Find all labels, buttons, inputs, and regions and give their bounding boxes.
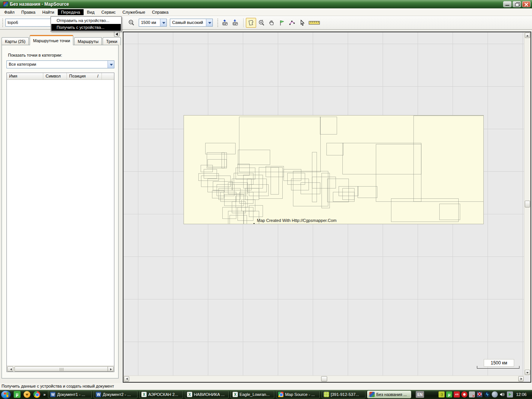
waypoints-panel: Показать точки в категории: Все категори… [2, 45, 119, 378]
menu-tools[interactable]: Сервис [98, 9, 119, 15]
map-tile [249, 205, 263, 217]
scroll-right-icon[interactable] [108, 366, 114, 372]
measure-tool-button[interactable] [307, 18, 321, 28]
taskbar-button-document2[interactable]: W Документ2 - ... [93, 391, 138, 398]
toolbar-grip [217, 19, 219, 27]
toolbar-separator [243, 18, 244, 27]
close-button[interactable] [522, 1, 530, 7]
map-region[interactable]: Map Created With Http://Cgpsmapper.Com [184, 115, 484, 224]
map-canvas[interactable]: Map Created With Http://Cgpsmapper.Com 1… [124, 32, 524, 375]
waypoints-table-header: Имя Символ Позиция / [7, 73, 114, 80]
tray-volume-icon[interactable] [499, 391, 505, 397]
menu-view[interactable]: Вид [84, 9, 98, 15]
scrollbar-thumb[interactable] [525, 201, 530, 207]
tray-utorrent-icon[interactable]: µ [446, 391, 452, 397]
start-button[interactable] [1, 390, 11, 399]
sidebar-tabs: Карты (25) Маршрутные точки Маршруты Тре… [2, 35, 122, 45]
tab-waypoints[interactable]: Маршрутные точки [30, 35, 74, 45]
chrome-quicklaunch-icon[interactable] [33, 391, 40, 398]
waypoints-hscrollbar[interactable] [7, 366, 114, 372]
restore-button[interactable] [513, 1, 521, 7]
windows-logo-icon [4, 393, 8, 397]
window-title: Без названия - MapSource [10, 2, 69, 7]
scrollbar-thumb[interactable] [321, 376, 327, 382]
taskbar-button-navionika[interactable]: X НАВИОНИКА ... [185, 391, 229, 398]
tray-lightning-icon[interactable]: ϟ [484, 391, 490, 397]
taskbar-button-mapsource[interactable]: Без названия ... [367, 391, 411, 398]
taskbar-button-phone-sheet[interactable]: [391-912-537... [321, 391, 366, 398]
select-tool-button[interactable] [297, 18, 307, 28]
taskbar-clock: 12:06 [516, 392, 527, 397]
taskbar-button-mapsource-web[interactable]: Map Source - ... [276, 391, 320, 398]
scroll-down-icon[interactable] [525, 370, 530, 375]
category-combobox[interactable]: Все категории [6, 60, 114, 68]
send-to-device-button[interactable] [220, 18, 231, 28]
tray-safely-remove-icon[interactable] [469, 391, 475, 397]
taskbar-button-document1[interactable]: W Документ1 - ... [48, 391, 92, 398]
detail-level-value: Самый высокий [172, 20, 203, 25]
chevron-down-icon[interactable] [108, 61, 114, 68]
waypoint-tool-button[interactable] [277, 18, 287, 28]
taskbar-button-aeroscan[interactable]: X АЭРОСКАН 2... [139, 391, 183, 398]
scroll-left-icon[interactable] [7, 366, 13, 372]
scrollbar-thumb[interactable] [14, 366, 111, 372]
category-filter-label: Показать точки в категории: [8, 53, 62, 57]
map-credit-text: Map Created With Http://Cgpsmapper.Com [257, 218, 337, 223]
transfer-menu-popup: Отправить на устройство... Получить с ус… [51, 16, 122, 32]
map-hscrollbar[interactable] [124, 375, 524, 382]
map-tool-button[interactable] [246, 18, 256, 28]
menu-item-send-to-device[interactable]: Отправить на устройство... [51, 17, 121, 24]
tray-antivirus-icon[interactable] [461, 391, 467, 397]
map-product-combobox[interactable]: topo6 [5, 19, 51, 27]
map-tile [271, 167, 279, 195]
tray-display-error-icon[interactable] [477, 391, 483, 397]
map-tile [238, 164, 250, 176]
map-vscrollbar[interactable] [524, 32, 530, 375]
download-manager-quicklaunch-icon[interactable] [24, 391, 30, 398]
menu-file[interactable]: Файл [1, 9, 18, 15]
tray-globe-icon[interactable] [492, 391, 498, 397]
tab-tracks[interactable]: Треки [103, 37, 120, 45]
excel-icon: X [141, 392, 147, 397]
menu-transfer[interactable]: Передача [58, 9, 84, 15]
tab-maps[interactable]: Карты (25) [2, 37, 29, 45]
minimize-button[interactable] [503, 1, 511, 7]
chevron-down-icon[interactable] [160, 19, 166, 26]
quicklaunch-overflow-chevron[interactable]: » [43, 392, 46, 397]
menu-utilities[interactable]: Служебные [119, 9, 149, 15]
scroll-up-icon[interactable] [525, 33, 530, 38]
column-header-position[interactable]: Позиция / [67, 73, 102, 79]
tray-ati-icon[interactable]: ATI [454, 391, 460, 397]
map-tile [439, 204, 460, 220]
column-header-symbol[interactable]: Символ [43, 73, 67, 79]
zoom-out-button[interactable] [126, 18, 136, 28]
utorrent-quicklaunch-icon[interactable]: µ [14, 391, 21, 398]
column-header-name[interactable]: Имя [7, 73, 43, 79]
receive-from-device-button[interactable] [231, 18, 241, 28]
detail-level-combobox[interactable]: Самый высокий [170, 19, 213, 27]
waypoints-table: Имя Символ Позиция / [6, 73, 114, 372]
menu-edit[interactable]: Правка [18, 9, 39, 15]
taskbar-button-eagle-lowrance[interactable]: X Eagle_Lowran... [230, 391, 274, 398]
menu-find[interactable]: Найти [39, 9, 57, 15]
scroll-left-icon[interactable] [124, 376, 129, 382]
menu-help[interactable]: Справка [149, 9, 172, 15]
sort-indicator: / [97, 73, 98, 79]
map-point-marker [253, 223, 255, 224]
map-scale-combobox[interactable]: 1500 км [139, 19, 167, 27]
chevron-down-icon[interactable] [206, 19, 212, 26]
system-tray: :) µ ATI ϟ [439, 391, 513, 397]
pan-tool-button[interactable] [266, 18, 277, 28]
map-tile [238, 150, 270, 165]
route-tool-button[interactable] [287, 18, 297, 28]
tab-routes[interactable]: Маршруты [74, 37, 102, 45]
status-text: Получить данные с устройства и создать н… [2, 384, 114, 388]
menu-item-receive-from-device[interactable]: Получить с устройства... [51, 24, 121, 31]
scroll-right-icon[interactable] [518, 376, 524, 382]
excel-icon: X [187, 392, 192, 397]
tray-network-icon[interactable] [507, 391, 513, 397]
tray-robot-icon[interactable]: :) [439, 391, 445, 397]
language-indicator[interactable]: EN [416, 391, 424, 398]
zoom-tool-button[interactable] [256, 18, 266, 28]
mapsource-icon [369, 392, 375, 397]
